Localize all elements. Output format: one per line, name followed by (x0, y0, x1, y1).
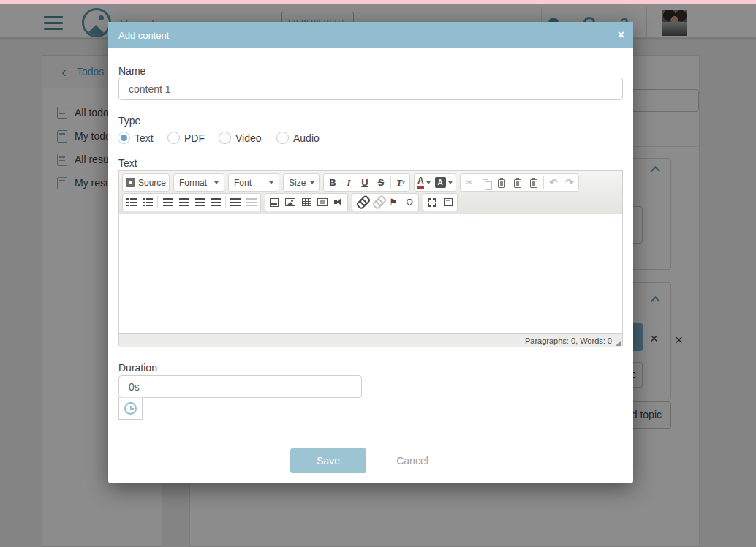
iframe-button[interactable] (314, 195, 330, 210)
anchor-button[interactable]: ⚑ (385, 195, 401, 210)
scissors-icon: ✂ (465, 178, 473, 187)
save-button[interactable]: Save (290, 448, 366, 473)
indent-button[interactable] (227, 195, 243, 210)
justify-button[interactable] (208, 195, 224, 210)
align-left-button[interactable] (159, 195, 175, 210)
word-count: Paragraphs: 0, Words: 0 (525, 336, 612, 345)
maximize-icon (428, 198, 436, 207)
underline-button[interactable]: U (357, 175, 373, 190)
image-icon (285, 198, 295, 206)
align-left-icon (163, 198, 173, 206)
align-right-icon (195, 198, 205, 206)
background-color-button[interactable]: A (433, 175, 455, 190)
paste-word-icon (530, 179, 537, 188)
environment-banner (0, 0, 756, 4)
duration-label: Duration (118, 362, 157, 374)
cancel-button[interactable]: Cancel (374, 448, 450, 473)
div-container-icon (270, 198, 279, 207)
name-input[interactable] (118, 78, 623, 100)
chevron-down-icon (310, 181, 314, 184)
copy-button (477, 175, 494, 190)
add-content-modal: Add content × Name Type Text PDF Video A… (108, 22, 633, 483)
radio-text[interactable]: Text (118, 132, 154, 144)
show-blocks-icon (444, 198, 453, 206)
maximize-button[interactable] (424, 195, 440, 210)
chevron-down-icon (426, 181, 431, 184)
align-center-button[interactable] (175, 195, 192, 210)
resize-grip-icon[interactable] (616, 340, 621, 346)
audio-button[interactable] (330, 195, 347, 210)
italic-button[interactable]: I (341, 175, 357, 190)
text-color-button[interactable]: A (415, 175, 433, 190)
paste-text-icon (514, 179, 521, 188)
numbered-list-icon (126, 198, 137, 206)
image-button[interactable] (282, 195, 298, 210)
unlink-button (369, 195, 385, 210)
indent-icon (230, 198, 241, 206)
special-character-button[interactable]: Ω (401, 195, 417, 210)
modal-title: Add content (118, 30, 169, 41)
font-dropdown[interactable]: Font (230, 175, 278, 190)
type-label: Type (118, 115, 140, 127)
redo-icon: ↷ (565, 178, 573, 187)
outdent-icon (246, 198, 257, 206)
source-icon (126, 178, 135, 187)
source-button[interactable]: Source (124, 175, 168, 190)
numbered-list-button[interactable] (124, 195, 140, 210)
table-button[interactable] (298, 195, 314, 210)
paste-plain-text-button[interactable] (510, 175, 526, 190)
editor-status-bar: Paragraphs: 0, Words: 0 (119, 333, 622, 347)
duration-input[interactable] (118, 375, 362, 398)
size-dropdown[interactable]: Size (284, 175, 318, 190)
bold-button[interactable]: B (325, 175, 341, 190)
chevron-down-icon (214, 181, 219, 184)
text-color-icon: A (417, 176, 424, 188)
paste-from-word-button[interactable] (526, 175, 542, 190)
show-blocks-button[interactable] (440, 195, 456, 210)
paste-button[interactable] (494, 175, 510, 190)
iframe-icon (317, 198, 328, 206)
text-label: Text (118, 157, 137, 169)
copy-icon (483, 179, 488, 186)
align-center-icon (179, 198, 189, 206)
radio-icon (167, 132, 180, 144)
flag-icon: ⚑ (389, 197, 398, 207)
close-icon[interactable]: × (618, 29, 624, 42)
undo-icon: ↶ (549, 178, 557, 187)
bulleted-list-button[interactable] (140, 195, 156, 210)
radio-icon (219, 132, 231, 144)
undo-button: ↶ (545, 175, 562, 190)
paste-icon (498, 179, 505, 188)
bulleted-list-icon (143, 198, 153, 206)
omega-icon: Ω (406, 197, 413, 207)
radio-icon (118, 132, 130, 144)
outdent-button (243, 195, 260, 210)
unlink-icon (371, 196, 384, 209)
rich-text-editor: Source Format Font (118, 170, 623, 346)
redo-button: ↷ (562, 175, 578, 190)
duration-picker-button[interactable] (118, 397, 143, 420)
format-dropdown[interactable]: Format (175, 175, 223, 190)
editor-toolbar: Source Format Font (119, 171, 622, 214)
speaker-icon (334, 198, 343, 206)
strikethrough-button[interactable]: S (373, 175, 389, 190)
radio-pdf[interactable]: PDF (167, 132, 205, 144)
app-root: Your Logo VIEW WEBSITE ? ‹ Todos All tod… (0, 0, 756, 547)
div-container-button[interactable] (266, 195, 282, 210)
chevron-down-icon (269, 181, 273, 184)
radio-icon (276, 132, 289, 144)
remove-format-button[interactable]: Tx (393, 175, 409, 190)
radio-video[interactable]: Video (219, 132, 262, 144)
radio-audio[interactable]: Audio (276, 132, 320, 144)
clock-icon (124, 402, 137, 415)
link-button[interactable] (353, 195, 369, 210)
background-color-icon: A (435, 177, 446, 188)
name-label: Name (118, 65, 145, 77)
align-right-button[interactable] (192, 195, 208, 210)
link-icon (355, 196, 368, 209)
table-icon (302, 198, 311, 206)
chevron-down-icon (448, 181, 453, 184)
editor-text-area[interactable] (119, 214, 622, 333)
modal-header: Add content × (108, 22, 633, 48)
justify-icon (211, 198, 221, 206)
